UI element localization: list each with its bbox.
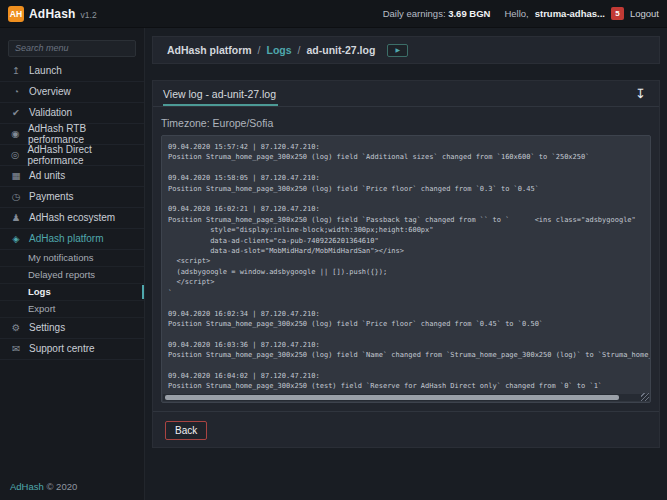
brand-version: v1.2 bbox=[81, 10, 97, 20]
sidebar-item-label: Ad units bbox=[29, 170, 65, 181]
support-centre-icon: ✉ bbox=[10, 343, 22, 354]
settings-gear-icon: ⚙ bbox=[10, 322, 22, 333]
sidebar-item-rtb-performance[interactable]: ◉ AdHash RTB performance bbox=[0, 124, 144, 145]
log-textarea[interactable]: 09.04.2020 15:57:42 | 87.120.47.210: Pos… bbox=[162, 136, 650, 402]
sidebar-subitem-logs[interactable]: Logs bbox=[0, 284, 144, 301]
sidebar-item-validation[interactable]: ✔ Validation bbox=[0, 103, 144, 124]
sidebar-subitem-delayed-reports[interactable]: Delayed reports bbox=[0, 267, 144, 284]
breadcrumb-separator: / bbox=[298, 44, 301, 56]
greeting-text: Hello, bbox=[504, 8, 528, 19]
back-button[interactable]: Back bbox=[165, 421, 207, 440]
direct-performance-icon: ◎ bbox=[10, 149, 20, 160]
ad-units-icon: ▦ bbox=[10, 170, 22, 181]
horizontal-scrollbar bbox=[163, 394, 649, 401]
sidebar: ↥ Launch ◔ Overview ✔ Validation ◉ AdHas… bbox=[0, 28, 145, 500]
sidebar-item-payments[interactable]: ◷ Payments bbox=[0, 187, 144, 208]
resize-grip[interactable] bbox=[641, 393, 649, 401]
logout-button[interactable]: Logout bbox=[630, 8, 659, 19]
sidebar-search bbox=[8, 37, 136, 57]
sidebar-item-launch[interactable]: ↥ Launch bbox=[0, 61, 144, 82]
adhash-logo-icon: AH bbox=[8, 6, 24, 22]
sidebar-item-label: AdHash platform bbox=[29, 233, 103, 244]
user-area: Hello, struma-adhas... 5 Logout bbox=[504, 7, 659, 20]
horizontal-scrollbar-thumb[interactable] bbox=[165, 395, 619, 400]
rtb-performance-icon: ◉ bbox=[10, 128, 21, 139]
adhash-app: AH AdHash v1.2 Daily earnings: 3.69 BGN … bbox=[0, 0, 667, 500]
overview-icon: ◔ bbox=[10, 86, 22, 97]
sidebar-item-platform[interactable]: ◈ AdHash platform bbox=[0, 229, 144, 250]
sidebar-item-ecosystem[interactable]: ♟ AdHash ecosystem bbox=[0, 208, 144, 229]
daily-earnings-label: Daily earnings: bbox=[383, 8, 446, 19]
sidebar-subitem-label: Logs bbox=[28, 286, 51, 297]
payments-icon: ◷ bbox=[10, 191, 22, 202]
sidebar-item-label: Overview bbox=[29, 86, 71, 97]
sidebar-subitem-my-notifications[interactable]: My notifications bbox=[0, 250, 144, 267]
log-viewer: 09.04.2020 15:57:42 | 87.120.47.210: Pos… bbox=[161, 135, 651, 403]
sidebar-item-label: Validation bbox=[29, 107, 72, 118]
sidebar-subitem-export[interactable]: Export bbox=[0, 301, 144, 318]
sidebar-item-overview[interactable]: ◔ Overview bbox=[0, 82, 144, 103]
brand-name: AdHash bbox=[29, 7, 76, 21]
topbar-right: Daily earnings: 3.69 BGN Hello, struma-a… bbox=[383, 7, 659, 20]
sidebar-subitem-label: My notifications bbox=[28, 252, 93, 263]
play-icon: ▶ bbox=[396, 47, 401, 53]
breadcrumb: AdHash platform / Logs / ad-unit-27.log … bbox=[152, 36, 660, 64]
play-log-button[interactable]: ▶ bbox=[387, 44, 408, 57]
sidebar-subitem-label: Export bbox=[28, 303, 55, 314]
daily-earnings: Daily earnings: 3.69 BGN bbox=[383, 8, 491, 19]
daily-earnings-value: 3.69 BGN bbox=[448, 8, 490, 19]
sidebar-item-label: Support centre bbox=[29, 343, 95, 354]
top-bar: AH AdHash v1.2 Daily earnings: 3.69 BGN … bbox=[0, 0, 667, 28]
launch-icon: ↥ bbox=[10, 65, 22, 76]
search-menu-input[interactable] bbox=[8, 40, 136, 57]
footer-copyright: © 2020 bbox=[46, 481, 77, 492]
ecosystem-icon: ♟ bbox=[10, 212, 22, 223]
download-icon[interactable]: ↧ bbox=[632, 81, 649, 107]
validation-icon: ✔ bbox=[10, 107, 22, 118]
card-body: Timezone: Europe/Sofia 09.04.2020 15:57:… bbox=[153, 107, 659, 448]
sidebar-subitem-label: Delayed reports bbox=[28, 269, 95, 280]
sidebar-item-label: Launch bbox=[29, 65, 62, 76]
sidebar-nav: ↥ Launch ◔ Overview ✔ Validation ◉ AdHas… bbox=[0, 61, 144, 474]
footer-brand-link[interactable]: AdHash bbox=[10, 481, 44, 492]
card-header: View log - ad-unit-27.log ↧ bbox=[153, 81, 659, 107]
sidebar-item-label: AdHash ecosystem bbox=[29, 212, 115, 223]
sidebar-item-ad-units[interactable]: ▦ Ad units bbox=[0, 166, 144, 187]
view-log-card: View log - ad-unit-27.log ↧ Timezone: Eu… bbox=[152, 80, 660, 448]
sidebar-item-direct-performance[interactable]: ◎ AdHash Direct performance bbox=[0, 145, 144, 166]
sidebar-item-label: Payments bbox=[29, 191, 73, 202]
sidebar-item-label: AdHash Direct performance bbox=[27, 144, 134, 166]
breadcrumb-separator: / bbox=[258, 44, 261, 56]
sidebar-item-support-centre[interactable]: ✉ Support centre bbox=[0, 339, 144, 360]
page-title: View log - ad-unit-27.log bbox=[163, 81, 278, 106]
breadcrumb-current-file: ad-unit-27.log bbox=[307, 44, 376, 56]
sidebar-item-settings[interactable]: ⚙ Settings bbox=[0, 318, 144, 339]
back-row: Back bbox=[161, 412, 651, 440]
main-content: AdHash platform / Logs / ad-unit-27.log … bbox=[145, 28, 667, 500]
platform-icon: ◈ bbox=[10, 233, 22, 244]
brand[interactable]: AH AdHash v1.2 bbox=[8, 6, 97, 22]
notification-badge[interactable]: 5 bbox=[611, 7, 624, 20]
username[interactable]: struma-adhas... bbox=[535, 8, 605, 19]
sidebar-item-label: AdHash RTB performance bbox=[28, 123, 134, 145]
breadcrumb-logs-link[interactable]: Logs bbox=[267, 44, 292, 56]
sidebar-item-label: Settings bbox=[29, 322, 65, 333]
timezone-label: Timezone: Europe/Sofia bbox=[161, 117, 651, 129]
sidebar-footer: AdHash © 2020 bbox=[0, 473, 144, 500]
breadcrumb-platform[interactable]: AdHash platform bbox=[167, 44, 252, 56]
